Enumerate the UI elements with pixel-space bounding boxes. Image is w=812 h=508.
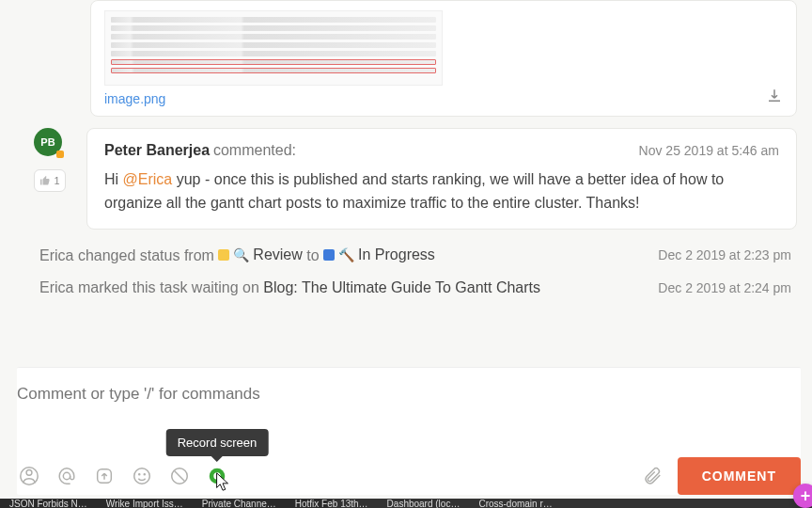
- attachment-card[interactable]: image.png: [90, 0, 797, 117]
- comment-timestamp: Nov 25 2019 at 5:46 am: [639, 143, 779, 158]
- svg-point-2: [63, 472, 70, 479]
- record-screen-button[interactable]: Record screen: [205, 464, 229, 488]
- attachment-thumbnail: [104, 10, 443, 86]
- activity-status-change: Erica changed status from 🔍Review to 🔨In…: [34, 237, 797, 270]
- emoji-icon[interactable]: [130, 464, 154, 488]
- avatar[interactable]: PB: [34, 128, 62, 156]
- taskbar-item[interactable]: Cross-domain r…: [469, 499, 561, 508]
- activity-waiting-on: Erica marked this task waiting on Blog: …: [34, 270, 797, 302]
- tooltip: Record screen: [166, 429, 269, 456]
- magnifier-icon: 🔍: [233, 248, 249, 262]
- taskbar-item[interactable]: Private Channe…: [193, 499, 286, 508]
- taskbar-item[interactable]: Hotfix Feb 13th…: [286, 499, 378, 508]
- like-count: 1: [54, 175, 59, 186]
- block-icon[interactable]: [167, 464, 192, 488]
- comment-row: PB 1 Peter Banerjea commented: Nov 25 20…: [34, 128, 797, 230]
- comment-submit-button[interactable]: COMMENT: [678, 457, 801, 495]
- like-button[interactable]: 1: [34, 169, 66, 192]
- upload-icon[interactable]: [92, 464, 117, 488]
- hammer-icon: 🔨: [338, 248, 354, 262]
- comment-body: Hi @Erica yup - once this is published a…: [104, 168, 779, 215]
- attach-icon[interactable]: [640, 464, 664, 488]
- svg-point-9: [213, 472, 220, 479]
- fab-add-button[interactable]: +: [793, 484, 812, 508]
- taskbar-item[interactable]: JSON Forbids N…: [0, 499, 97, 508]
- status-color-review: [218, 249, 229, 261]
- mention[interactable]: @Erica: [123, 171, 173, 187]
- comment-card: Peter Banerjea commented: Nov 25 2019 at…: [86, 128, 797, 230]
- svg-point-0: [26, 469, 32, 475]
- svg-point-4: [134, 468, 150, 484]
- comment-input[interactable]: [17, 379, 801, 409]
- taskbar-item[interactable]: Wrike Import Iss…: [97, 499, 193, 508]
- attachment-filename[interactable]: image.png: [104, 91, 783, 106]
- download-icon[interactable]: [766, 87, 783, 104]
- comment-composer: Record screen COMMENT: [17, 367, 801, 495]
- taskbar-item[interactable]: Dashboard (loc…: [378, 499, 470, 508]
- assignee-icon[interactable]: [17, 464, 41, 488]
- svg-point-5: [139, 474, 140, 475]
- activity-timestamp: Dec 2 2019 at 2:23 pm: [658, 247, 791, 262]
- dependency-link[interactable]: Blog: The Ultimate Guide To Gantt Charts: [263, 279, 540, 295]
- comment-author[interactable]: Peter Banerjea: [104, 142, 210, 158]
- comment-verb: commented:: [213, 142, 296, 158]
- status-color-inprogress: [323, 249, 335, 261]
- svg-point-6: [144, 474, 145, 475]
- mention-icon[interactable]: [55, 464, 79, 488]
- activity-timestamp: Dec 2 2019 at 2:24 pm: [658, 280, 791, 295]
- taskbar: JSON Forbids N… Wrike Import Iss… Privat…: [0, 499, 812, 508]
